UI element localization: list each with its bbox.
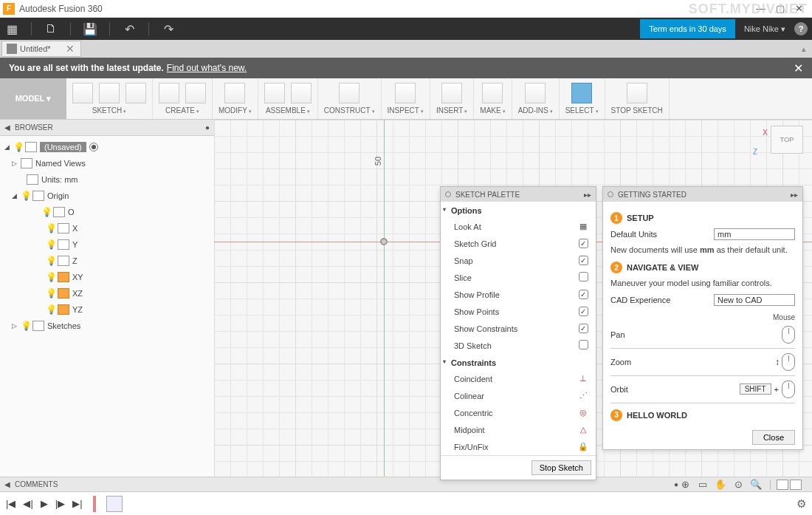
- viewport-single[interactable]: [777, 480, 788, 490]
- window-minimize-button[interactable]: —: [756, 3, 765, 14]
- option-show-points[interactable]: Show Points✓: [441, 303, 596, 320]
- timeline-sketch-feature[interactable]: [106, 496, 123, 512]
- pan-tool[interactable]: ✋: [714, 479, 727, 490]
- tree-root[interactable]: ◢💡 (Unsaved): [1, 139, 213, 155]
- insert-tool-0[interactable]: [441, 83, 462, 103]
- ribbon-label[interactable]: INSERT: [436, 106, 467, 115]
- document-tab[interactable]: Untitled* ✕: [1, 41, 81, 57]
- stop-sketch-button[interactable]: Stop Sketch: [531, 460, 591, 475]
- zoom-tool[interactable]: ⊙: [732, 479, 745, 490]
- checkbox[interactable]: ✓: [579, 239, 588, 248]
- checkbox[interactable]: ✓: [579, 290, 588, 299]
- collapse-tabs-button[interactable]: ▴: [796, 44, 812, 54]
- sketch-tool-1[interactable]: [99, 83, 120, 103]
- comments-expand-button[interactable]: ◀: [4, 480, 10, 488]
- tree-axis-z[interactable]: 💡Z: [1, 253, 213, 269]
- workspace-switcher[interactable]: MODEL ▾: [0, 78, 66, 119]
- checkbox[interactable]: ✓: [579, 256, 588, 265]
- ribbon-label[interactable]: ADD-INS: [518, 106, 553, 115]
- tree-axis-yz[interactable]: 💡YZ: [1, 301, 213, 318]
- checkbox[interactable]: ✓: [579, 307, 588, 316]
- option-3d-sketch[interactable]: 3D Sketch: [441, 337, 596, 354]
- tree-origin[interactable]: ◢💡 Origin: [1, 188, 213, 204]
- constraint-coincident[interactable]: Coincident⊥: [441, 370, 596, 387]
- fit-tool[interactable]: 🔍: [749, 479, 763, 490]
- sketch-tool-2[interactable]: [125, 83, 146, 103]
- ribbon-label[interactable]: MAKE: [480, 106, 505, 115]
- browser-collapse-button[interactable]: ◀: [4, 123, 10, 132]
- tree-named-views[interactable]: ▷ Named Views: [1, 155, 213, 171]
- create-tool-0[interactable]: [159, 83, 179, 103]
- redo-button[interactable]: ↷: [161, 21, 176, 36]
- tree-sketches[interactable]: ▷💡 Sketches: [1, 318, 213, 334]
- tree-units[interactable]: Units: mm: [1, 171, 213, 188]
- tree-axis-o[interactable]: 💡O: [1, 204, 213, 220]
- ribbon-label[interactable]: MODIFY: [219, 106, 252, 115]
- timeline-marker[interactable]: [93, 496, 96, 512]
- help-button[interactable]: ?: [794, 22, 808, 35]
- grid-menu-button[interactable]: ▦: [4, 21, 19, 36]
- timeline-prev-button[interactable]: ◀|: [23, 498, 32, 509]
- option-snap[interactable]: Snap✓: [441, 252, 596, 269]
- save-button[interactable]: 💾: [83, 21, 97, 36]
- option-sketch-grid[interactable]: Sketch Grid✓: [441, 235, 596, 252]
- timeline-play-button[interactable]: ▶: [41, 498, 48, 509]
- constraints-section[interactable]: Constraints: [441, 354, 596, 370]
- banner-close-button[interactable]: ✕: [794, 61, 803, 75]
- select-tool-0[interactable]: [571, 83, 592, 103]
- default-units-dropdown[interactable]: mm: [714, 228, 795, 240]
- checkbox[interactable]: [579, 340, 588, 349]
- ribbon-label[interactable]: INSPECT: [388, 106, 424, 115]
- construct-tool-0[interactable]: [339, 83, 359, 103]
- look-at-tool[interactable]: ▭: [696, 479, 709, 490]
- timeline-start-button[interactable]: |◀: [6, 498, 16, 509]
- getting-started-close-button[interactable]: Close: [752, 430, 795, 445]
- ribbon-label[interactable]: STOP SKETCH: [611, 106, 663, 115]
- ribbon-label[interactable]: SELECT: [565, 106, 599, 115]
- activate-icon[interactable]: [89, 143, 98, 151]
- viewcube[interactable]: TOP: [771, 126, 803, 154]
- term-badge[interactable]: Term ends in 30 days: [640, 19, 735, 38]
- origin-point[interactable]: [380, 238, 388, 245]
- assemble-tool-1[interactable]: [291, 83, 312, 103]
- option-slice[interactable]: Slice: [441, 269, 596, 286]
- options-section[interactable]: Options: [441, 202, 596, 218]
- tree-axis-xy[interactable]: 💡XY: [1, 269, 213, 285]
- look-at-icon[interactable]: ▦: [579, 222, 587, 231]
- option-show-constraints[interactable]: Show Constraints✓: [441, 320, 596, 337]
- window-maximize-button[interactable]: ▢: [776, 3, 785, 14]
- constraint-fix-unfix[interactable]: Fix/UnFix🔒: [441, 438, 596, 455]
- banner-link[interactable]: Find out what's new.: [167, 63, 247, 73]
- orbit-tool[interactable]: ⊕: [678, 479, 692, 490]
- getting-started-header[interactable]: GETTING STARTED ▸▸: [603, 187, 802, 202]
- option-look-at[interactable]: Look At▦: [441, 218, 596, 235]
- viewport-multi[interactable]: [790, 480, 802, 490]
- timeline-next-button[interactable]: |▶: [55, 498, 65, 509]
- user-menu[interactable]: Nike Nike ▾: [740, 24, 790, 34]
- tree-axis-x[interactable]: 💡X: [1, 220, 213, 236]
- inspect-tool-0[interactable]: [395, 83, 416, 103]
- constraint-colinear[interactable]: Colinear⋰: [441, 387, 596, 404]
- window-close-button[interactable]: ✕: [795, 3, 803, 14]
- add-ins-tool-0[interactable]: [525, 83, 546, 103]
- option-show-profile[interactable]: Show Profile✓: [441, 286, 596, 303]
- constraint-concentric[interactable]: Concentric◎: [441, 404, 596, 421]
- modify-tool-0[interactable]: [224, 83, 245, 103]
- tree-axis-xz[interactable]: 💡XZ: [1, 285, 213, 301]
- checkbox[interactable]: ✓: [579, 324, 588, 333]
- constraint-midpoint[interactable]: Midpoint△: [441, 421, 596, 438]
- stop sketch-tool-0[interactable]: [627, 83, 647, 103]
- browser-settings-button[interactable]: ●: [205, 123, 210, 132]
- undo-button[interactable]: ↶: [122, 21, 137, 36]
- assemble-tool-0[interactable]: [264, 83, 285, 103]
- tab-close-button[interactable]: ✕: [66, 43, 75, 55]
- panel-pin-button[interactable]: ▸▸: [584, 191, 591, 199]
- make-tool-0[interactable]: [482, 83, 503, 103]
- ribbon-label[interactable]: CREATE: [165, 106, 199, 115]
- timeline-end-button[interactable]: ▶|: [72, 498, 82, 509]
- ribbon-label[interactable]: CONSTRUCT: [324, 106, 375, 115]
- sketch-palette-header[interactable]: SKETCH PALETTE ▸▸: [441, 187, 596, 202]
- cad-experience-dropdown[interactable]: New to CAD: [714, 294, 795, 306]
- checkbox[interactable]: [579, 272, 588, 282]
- create-tool-1[interactable]: [185, 83, 206, 103]
